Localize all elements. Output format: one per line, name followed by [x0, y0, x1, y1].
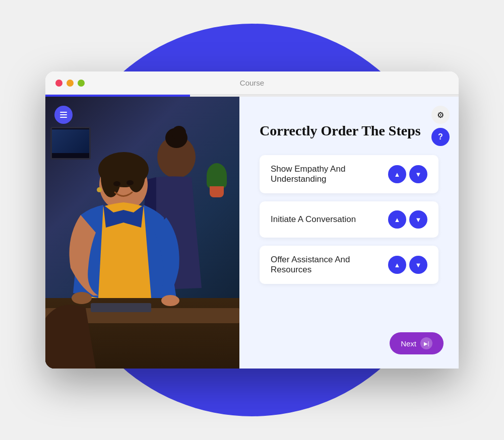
svg-point-6 — [127, 157, 145, 192]
step-3-down-button[interactable]: ▼ — [409, 256, 427, 274]
gear-icon: ⚙ — [437, 110, 444, 120]
help-icon: ? — [438, 132, 443, 141]
minimize-dot[interactable] — [67, 80, 74, 87]
down-arrow-icon-2: ▼ — [415, 216, 422, 224]
svg-point-8 — [127, 180, 134, 185]
svg-point-9 — [97, 187, 102, 192]
svg-point-7 — [113, 181, 120, 186]
menu-line-1 — [60, 112, 67, 113]
up-arrow-icon-2: ▲ — [394, 216, 401, 224]
help-button[interactable]: ? — [431, 128, 450, 146]
step-item-3: Offer Assistance And Resources ▲ ▼ — [260, 246, 438, 284]
step-1-down-button[interactable]: ▼ — [409, 165, 427, 183]
menu-line-3 — [60, 117, 67, 118]
step-label-3: Offer Assistance And Resources — [271, 255, 388, 275]
next-play-icon: ▶| — [424, 341, 429, 346]
menu-button[interactable] — [54, 106, 73, 124]
svg-point-2 — [172, 126, 186, 140]
gear-button[interactable]: ⚙ — [431, 106, 450, 124]
window-title: Course — [240, 79, 264, 87]
main-content: ⚙ ? Correctly Order The Steps Show Empat… — [45, 97, 459, 369]
svg-rect-13 — [91, 303, 151, 312]
question-title: Correctly Order The Steps — [260, 122, 438, 140]
close-dot[interactable] — [55, 80, 62, 87]
step-label-1: Show Empathy And Understanding — [271, 164, 388, 184]
next-label: Next — [401, 339, 416, 348]
next-icon: ▶| — [420, 337, 432, 349]
content-panel: ⚙ ? Correctly Order The Steps Show Empat… — [239, 97, 459, 369]
step-1-up-button[interactable]: ▲ — [388, 165, 406, 183]
menu-line-2 — [60, 114, 67, 115]
step-1-arrows: ▲ ▼ — [388, 165, 427, 183]
step-2-up-button[interactable]: ▲ — [388, 210, 406, 229]
next-button[interactable]: Next ▶| — [390, 332, 444, 354]
app-window: Course — [45, 71, 459, 369]
svg-point-5 — [101, 157, 121, 197]
step-item-2: Initiate A Conversation ▲ ▼ — [260, 201, 438, 238]
down-arrow-icon: ▼ — [415, 171, 422, 178]
step-2-arrows: ▲ ▼ — [388, 210, 427, 229]
step-label-2: Initiate A Conversation — [271, 214, 356, 225]
svg-point-10 — [72, 292, 92, 304]
photo — [45, 97, 239, 369]
maximize-dot[interactable] — [78, 80, 85, 87]
down-arrow-icon-3: ▼ — [415, 261, 422, 269]
hamburger-icon — [60, 112, 67, 118]
svg-point-11 — [161, 295, 179, 306]
title-bar: Course — [45, 71, 459, 95]
step-2-down-button[interactable]: ▼ — [409, 210, 427, 229]
people-illustration — [45, 97, 239, 369]
up-arrow-icon-3: ▲ — [394, 261, 401, 269]
image-panel — [45, 97, 239, 369]
step-3-up-button[interactable]: ▲ — [388, 256, 406, 274]
traffic-lights — [55, 80, 85, 87]
step-item-1: Show Empathy And Understanding ▲ ▼ — [260, 155, 438, 193]
step-3-arrows: ▲ ▼ — [388, 256, 427, 274]
up-arrow-icon: ▲ — [394, 171, 401, 178]
